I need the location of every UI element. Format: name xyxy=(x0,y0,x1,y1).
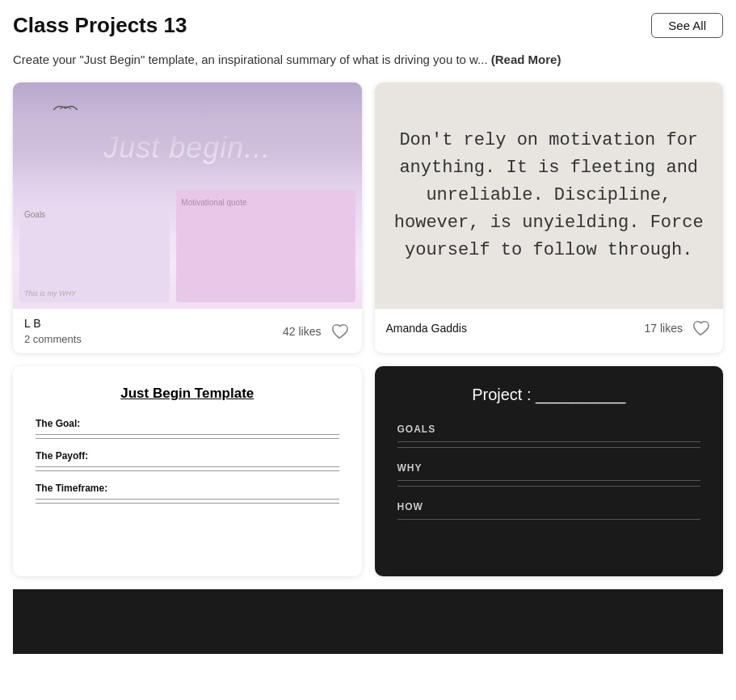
why-section-label: WHY xyxy=(397,462,701,474)
why-label: This is my WHY xyxy=(24,289,165,297)
see-all-button[interactable]: See All xyxy=(651,13,723,38)
payoff-label: The Payoff: xyxy=(36,450,339,462)
timeframe-line-1 xyxy=(36,499,339,500)
goals-box: Goals This is my WHY xyxy=(19,205,170,302)
timeframe-line-2 xyxy=(36,503,339,504)
quote-text: Don't rely on motivation for anything. I… xyxy=(391,127,708,264)
card-1-footer: L B 2 comments 42 likes xyxy=(13,309,362,353)
payoff-line-1 xyxy=(36,466,339,467)
card-2-image: Don't rely on motivation for anything. I… xyxy=(375,82,724,309)
project-section-how: HOW xyxy=(397,501,701,520)
card-2: Don't rely on motivation for anything. I… xyxy=(375,82,724,353)
bottom-bar xyxy=(13,589,723,654)
goals-section-label: GOALS xyxy=(397,424,701,435)
title-text: Class Projects xyxy=(13,13,163,37)
how-line-1 xyxy=(397,519,701,520)
header: Class Projects 13 See All xyxy=(13,13,723,38)
why-line-2 xyxy=(397,486,701,487)
description-text: Create your "Just Begin" template, an in… xyxy=(13,53,488,66)
card-4-project: Project : __________ GOALS WHY HOW xyxy=(375,366,724,576)
card-2-footer-left: Amanda Gaddis xyxy=(386,322,467,335)
card-2-author: Amanda Gaddis xyxy=(386,322,467,335)
how-section-label: HOW xyxy=(397,501,701,512)
cloud-area xyxy=(13,82,362,179)
card-1-image: Just begin... Goals This is my WHY Motiv… xyxy=(13,82,362,309)
card-3-template: Just Begin Template The Goal: The Payoff… xyxy=(13,366,362,576)
template-title: Just Begin Template xyxy=(36,386,339,402)
goals-label: Goals xyxy=(24,210,165,219)
payoff-line-2 xyxy=(36,470,339,471)
card-2-quote-bg: Don't rely on motivation for anything. I… xyxy=(375,82,724,309)
quote-box: Motivational quote xyxy=(176,189,355,302)
card-3: Just Begin Template The Goal: The Payoff… xyxy=(13,366,362,576)
goal-line-2 xyxy=(36,438,339,439)
card-1-likes: 42 likes xyxy=(283,325,321,338)
card-2-likes: 17 likes xyxy=(645,322,683,335)
why-line-1 xyxy=(397,480,701,481)
timeframe-label: The Timeframe: xyxy=(36,483,339,494)
goal-label: The Goal: xyxy=(36,418,339,429)
card-1-sky: Just begin... Goals This is my WHY Motiv… xyxy=(13,82,362,309)
goal-line-1 xyxy=(36,434,339,435)
card-2-heart-icon[interactable] xyxy=(689,317,712,339)
project-section-why: WHY xyxy=(397,462,701,487)
motivational-quote-label: Motivational quote xyxy=(181,198,246,207)
page-container: Class Projects 13 See All Create your "J… xyxy=(0,0,736,654)
card-1-footer-left: L B 2 comments xyxy=(24,317,82,345)
card-1-heart-icon[interactable] xyxy=(328,320,351,343)
card-2-footer: Amanda Gaddis 17 likes xyxy=(375,309,724,348)
count-badge: 13 xyxy=(163,13,187,37)
goals-line-2 xyxy=(397,447,701,448)
template-field-goal: The Goal: xyxy=(36,418,339,439)
cards-grid: Just begin... Goals This is my WHY Motiv… xyxy=(13,82,723,576)
template-field-timeframe: The Timeframe: xyxy=(36,483,339,504)
card-4: Project : __________ GOALS WHY HOW xyxy=(375,366,724,576)
project-title: Project : __________ xyxy=(397,386,701,404)
template-field-payoff: The Payoff: xyxy=(36,450,339,471)
card-1: Just begin... Goals This is my WHY Motiv… xyxy=(13,82,362,353)
description: Create your "Just Begin" template, an in… xyxy=(13,51,723,68)
read-more-button[interactable]: (Read More) xyxy=(491,53,561,66)
page-title: Class Projects 13 xyxy=(13,13,187,38)
project-section-goals: GOALS xyxy=(397,424,701,448)
bird-icon xyxy=(53,102,78,118)
goals-line-1 xyxy=(397,441,701,442)
template-boxes: Goals This is my WHY Motivational quote xyxy=(13,183,362,309)
card-1-comments: 2 comments xyxy=(24,333,82,345)
card-2-likes-area: 17 likes xyxy=(645,317,712,339)
card-1-likes-area: 42 likes xyxy=(283,320,350,343)
card-1-author: L B xyxy=(24,317,82,330)
